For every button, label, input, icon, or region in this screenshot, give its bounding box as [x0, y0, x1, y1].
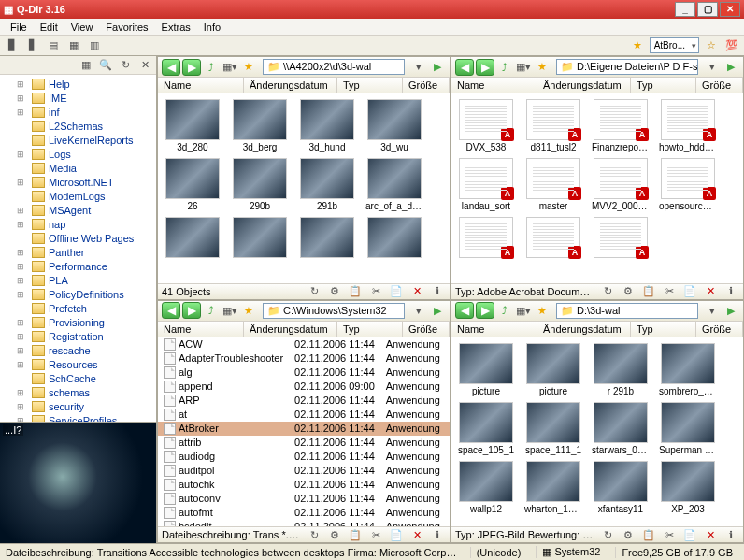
- refresh-icon[interactable]: ↻: [306, 283, 322, 299]
- tree-item[interactable]: Performance: [7, 259, 156, 273]
- thumb-item[interactable]: howto_hdd_dma...: [659, 99, 717, 152]
- thumb-item[interactable]: 3d_hund: [298, 99, 356, 152]
- copy-icon[interactable]: 📋: [347, 526, 364, 542]
- thumb-item[interactable]: sombrero_hst_big: [659, 343, 717, 396]
- thumb-item[interactable]: MVV2_000011a3: [592, 158, 650, 211]
- thumb-item[interactable]: 3d_wu: [365, 99, 423, 152]
- file-row[interactable]: auditpol02.11.2006 11:44Anwendung41 KB: [158, 464, 450, 478]
- star-icon[interactable]: ★: [240, 302, 257, 319]
- thumb-item[interactable]: [298, 217, 356, 260]
- col-date[interactable]: Änderungsdatum: [537, 322, 631, 337]
- col-type[interactable]: Typ: [631, 322, 696, 337]
- maximize-button[interactable]: ▢: [697, 2, 718, 17]
- file-row[interactable]: AtBroker02.11.2006 11:44Anwendung28 KB: [158, 422, 450, 436]
- thumb-item[interactable]: 290b: [231, 158, 289, 211]
- minimize-button[interactable]: _: [675, 2, 695, 17]
- tree-item[interactable]: LiveKernelReports: [7, 133, 156, 147]
- file-row[interactable]: bcdedit02.11.2006 11:44Anwendung254 KB: [158, 520, 450, 527]
- file-row[interactable]: autochk02.11.2006 11:44Anwendung625 KB: [158, 478, 450, 492]
- opts-icon[interactable]: ⚙: [326, 526, 343, 542]
- paste-icon[interactable]: 📄: [681, 526, 698, 542]
- thumb-item[interactable]: 291b: [298, 158, 356, 211]
- fav-add-icon[interactable]: ☆: [703, 37, 720, 54]
- col-name[interactable]: Name: [158, 78, 244, 93]
- layout-4-icon[interactable]: ▦: [65, 37, 82, 54]
- tree-item[interactable]: MSAgent: [7, 203, 156, 217]
- tree-item[interactable]: Registration: [7, 329, 156, 343]
- thumb-item[interactable]: [365, 217, 423, 260]
- layout-5-icon[interactable]: ▥: [86, 37, 103, 54]
- thumb-item[interactable]: [231, 217, 289, 260]
- tree-item[interactable]: Offline Web Pages: [7, 231, 156, 245]
- thumb-item[interactable]: 26: [164, 158, 222, 211]
- thumb-item[interactable]: 3d_berg: [231, 99, 289, 152]
- view-icon[interactable]: ▦▾: [222, 59, 238, 76]
- opts-icon[interactable]: ⚙: [326, 283, 343, 299]
- col-name[interactable]: Name: [451, 78, 537, 93]
- thumb-item[interactable]: 3d_280: [164, 99, 222, 152]
- col-type[interactable]: Typ: [337, 322, 403, 337]
- menu-view[interactable]: View: [64, 22, 100, 33]
- tree-item[interactable]: Resources: [7, 357, 156, 371]
- thumb-item[interactable]: xfantasy11: [592, 461, 650, 514]
- view-icon[interactable]: ▦▾: [515, 59, 532, 76]
- address-bar[interactable]: 📁 \\A4200x2\d\3d-wal: [263, 59, 405, 75]
- menu-edit[interactable]: Edit: [34, 22, 64, 33]
- go-icon[interactable]: ▶: [723, 302, 739, 319]
- col-date[interactable]: Änderungsdatum: [537, 78, 631, 93]
- dropdown-icon[interactable]: ▾: [410, 302, 427, 319]
- column-header[interactable]: NameÄnderungsdatumTypGröße: [451, 322, 743, 337]
- go-icon[interactable]: ▶: [429, 59, 446, 76]
- nav-up-icon[interactable]: ⤴: [203, 302, 220, 319]
- paste-icon[interactable]: 📄: [388, 526, 405, 542]
- tree-grid-icon[interactable]: ▦: [78, 57, 94, 74]
- menu-extras[interactable]: Extras: [155, 22, 197, 33]
- star-icon[interactable]: ★: [534, 302, 551, 319]
- thumb-item[interactable]: wallp12: [457, 461, 515, 514]
- nav-back-icon[interactable]: ◀: [162, 302, 180, 319]
- file-row[interactable]: autoconv02.11.2006 11:44Anwendung638 KB: [158, 492, 450, 506]
- refresh-icon[interactable]: ↻: [306, 526, 322, 542]
- prop-icon[interactable]: ℹ: [723, 283, 739, 299]
- tree-item[interactable]: Panther: [7, 245, 156, 259]
- copy-icon[interactable]: 📋: [640, 283, 657, 299]
- refresh-icon[interactable]: ↻: [599, 526, 616, 542]
- star-icon[interactable]: ★: [629, 37, 646, 54]
- tree-item[interactable]: security: [7, 399, 156, 413]
- paste-icon[interactable]: 📄: [681, 283, 698, 299]
- col-type[interactable]: Typ: [337, 78, 403, 93]
- thumb-item[interactable]: wharton_1024_768...: [524, 461, 582, 514]
- tree-item[interactable]: IME: [7, 91, 156, 105]
- pane-body[interactable]: picturepicturer 291bsombrero_hst_bigspac…: [451, 337, 743, 527]
- thumb-item[interactable]: [457, 217, 515, 260]
- thumb-item[interactable]: [524, 217, 582, 260]
- nav-back-icon[interactable]: ◀: [455, 59, 474, 76]
- thumb-item[interactable]: starwars_027_1024: [592, 402, 650, 455]
- paste-icon[interactable]: 📄: [388, 283, 405, 299]
- col-size[interactable]: Größe: [403, 78, 450, 93]
- nav-up-icon[interactable]: ⤴: [496, 302, 513, 319]
- menu-favorites[interactable]: Favorites: [99, 22, 154, 33]
- pane-body[interactable]: 3d_2803d_berg3d_hund3d_wu26290b291barc_o…: [158, 93, 450, 283]
- nav-forward-icon[interactable]: ▶: [182, 59, 201, 76]
- nav-up-icon[interactable]: ⤴: [496, 59, 513, 76]
- layout-1-icon[interactable]: ▊: [4, 37, 21, 54]
- dropdown-icon[interactable]: ▾: [704, 59, 721, 76]
- col-date[interactable]: Änderungsdatum: [244, 322, 337, 337]
- zoom100-icon[interactable]: 💯: [723, 37, 740, 54]
- prop-icon[interactable]: ℹ: [723, 526, 739, 542]
- nav-forward-icon[interactable]: ▶: [476, 302, 494, 319]
- delete-icon[interactable]: ✕: [408, 283, 425, 299]
- opts-icon[interactable]: ⚙: [620, 526, 637, 542]
- thumb-item[interactable]: XP_203: [659, 461, 717, 514]
- col-size[interactable]: Größe: [403, 322, 450, 337]
- nav-back-icon[interactable]: ◀: [162, 59, 180, 76]
- tree-find-icon[interactable]: 🔍: [97, 57, 114, 74]
- tree-item[interactable]: Media: [7, 161, 156, 175]
- file-row[interactable]: ARP02.11.2006 11:44Anwendung20 KB: [158, 394, 450, 408]
- view-icon[interactable]: ▦▾: [222, 302, 238, 319]
- file-row[interactable]: attrib02.11.2006 11:44Anwendung16 KB: [158, 436, 450, 450]
- tree-item[interactable]: Prefetch: [7, 301, 156, 315]
- thumb-item[interactable]: d811_tusl2: [524, 99, 582, 152]
- thumb-item[interactable]: arc_of_a_diver: [365, 158, 423, 211]
